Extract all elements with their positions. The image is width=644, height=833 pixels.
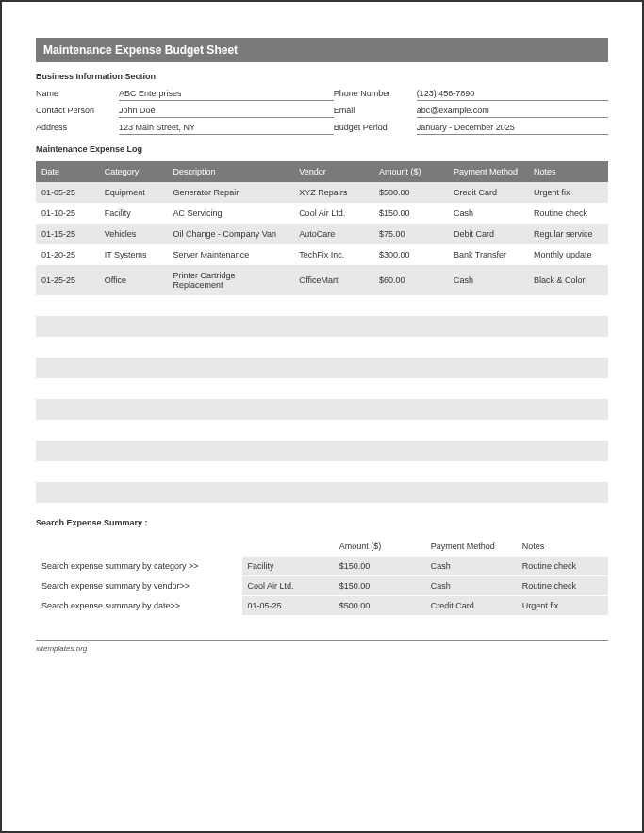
cell-payment[interactable]	[448, 295, 528, 316]
cell-category[interactable]	[99, 420, 168, 441]
cell-category[interactable]	[99, 358, 168, 378]
cell-notes[interactable]: Black & Color	[528, 265, 608, 295]
cell-date[interactable]	[36, 441, 99, 461]
cell-vendor[interactable]	[293, 337, 373, 358]
cell-date[interactable]: 01-05-25	[36, 182, 99, 203]
cell-category[interactable]	[99, 337, 168, 358]
summary-value[interactable]: Facility	[242, 557, 334, 576]
phone-value[interactable]: (123) 456-7890	[417, 89, 608, 101]
cell-category[interactable]: IT Systems	[99, 244, 168, 265]
cell-description[interactable]	[168, 399, 294, 420]
name-value[interactable]: ABC Enterprises	[119, 89, 334, 101]
cell-payment[interactable]	[448, 316, 528, 337]
summary-amount[interactable]: $150.00	[334, 557, 425, 576]
cell-vendor[interactable]	[293, 441, 373, 461]
cell-description[interactable]: Generator Repair	[168, 182, 294, 203]
cell-vendor[interactable]: OfficeMart	[293, 265, 373, 295]
cell-date[interactable]: 01-20-25	[36, 244, 99, 265]
cell-payment[interactable]	[448, 420, 528, 441]
cell-description[interactable]: Oil Change - Company Van	[168, 224, 294, 244]
cell-notes[interactable]: Regular service	[528, 224, 608, 244]
cell-category[interactable]	[99, 316, 168, 337]
cell-payment[interactable]	[448, 378, 528, 399]
cell-amount[interactable]	[373, 358, 448, 378]
cell-amount[interactable]	[373, 316, 448, 337]
cell-payment[interactable]: Cash	[448, 203, 528, 224]
summary-notes[interactable]: Urgent fix	[517, 596, 608, 616]
cell-vendor[interactable]	[293, 358, 373, 378]
cell-amount[interactable]: $60.00	[373, 265, 448, 295]
cell-description[interactable]	[168, 482, 294, 503]
address-value[interactable]: 123 Main Street, NY	[119, 123, 334, 135]
summary-notes[interactable]: Routine check	[517, 557, 608, 576]
cell-amount[interactable]	[373, 482, 448, 503]
cell-notes[interactable]: Urgent fix	[528, 182, 608, 203]
cell-amount[interactable]	[373, 441, 448, 461]
cell-vendor[interactable]	[293, 482, 373, 503]
summary-value[interactable]: 01-05-25	[242, 596, 334, 616]
cell-amount[interactable]	[373, 378, 448, 399]
cell-category[interactable]: Facility	[99, 203, 168, 224]
cell-amount[interactable]	[373, 337, 448, 358]
cell-description[interactable]	[168, 461, 294, 482]
cell-category[interactable]	[99, 461, 168, 482]
cell-description[interactable]	[168, 441, 294, 461]
cell-date[interactable]: 01-10-25	[36, 203, 99, 224]
summary-amount[interactable]: $500.00	[334, 596, 425, 616]
cell-notes[interactable]: Routine check	[528, 203, 608, 224]
cell-notes[interactable]	[528, 316, 608, 337]
cell-payment[interactable]	[448, 461, 528, 482]
cell-category[interactable]	[99, 482, 168, 503]
cell-description[interactable]: Printer Cartridge Replacement	[168, 265, 294, 295]
cell-date[interactable]	[36, 420, 99, 441]
cell-payment[interactable]	[448, 482, 528, 503]
cell-payment[interactable]: Debit Card	[448, 224, 528, 244]
cell-description[interactable]	[168, 358, 294, 378]
cell-date[interactable]: 01-15-25	[36, 224, 99, 244]
cell-amount[interactable]: $500.00	[373, 182, 448, 203]
cell-description[interactable]	[168, 295, 294, 316]
cell-notes[interactable]	[528, 337, 608, 358]
cell-vendor[interactable]: TechFix Inc.	[293, 244, 373, 265]
cell-date[interactable]: 01-25-25	[36, 265, 99, 295]
cell-payment[interactable]: Credit Card	[448, 182, 528, 203]
cell-description[interactable]	[168, 316, 294, 337]
summary-value[interactable]: Cool Air Ltd.	[242, 576, 334, 596]
cell-vendor[interactable]	[293, 316, 373, 337]
cell-category[interactable]: Equipment	[99, 182, 168, 203]
cell-vendor[interactable]	[293, 399, 373, 420]
cell-payment[interactable]	[448, 358, 528, 378]
cell-description[interactable]: AC Servicing	[168, 203, 294, 224]
cell-date[interactable]	[36, 337, 99, 358]
cell-payment[interactable]	[448, 337, 528, 358]
contact-value[interactable]: John Doe	[119, 106, 334, 118]
cell-vendor[interactable]	[293, 295, 373, 316]
summary-payment[interactable]: Credit Card	[425, 596, 517, 616]
cell-description[interactable]	[168, 420, 294, 441]
cell-description[interactable]	[168, 337, 294, 358]
summary-payment[interactable]: Cash	[425, 576, 517, 596]
cell-notes[interactable]	[528, 441, 608, 461]
cell-notes[interactable]: Monthly update	[528, 244, 608, 265]
cell-vendor[interactable]: AutoCare	[293, 224, 373, 244]
cell-category[interactable]	[99, 399, 168, 420]
cell-amount[interactable]	[373, 295, 448, 316]
summary-amount[interactable]: $150.00	[334, 576, 425, 596]
cell-amount[interactable]: $150.00	[373, 203, 448, 224]
cell-date[interactable]	[36, 316, 99, 337]
cell-notes[interactable]	[528, 378, 608, 399]
cell-vendor[interactable]	[293, 461, 373, 482]
budget-period-value[interactable]: January - December 2025	[417, 123, 608, 135]
cell-description[interactable]	[168, 378, 294, 399]
cell-vendor[interactable]: XYZ Repairs	[293, 182, 373, 203]
cell-date[interactable]	[36, 378, 99, 399]
cell-date[interactable]	[36, 358, 99, 378]
cell-amount[interactable]: $300.00	[373, 244, 448, 265]
cell-date[interactable]	[36, 461, 99, 482]
cell-category[interactable]	[99, 378, 168, 399]
cell-category[interactable]	[99, 441, 168, 461]
cell-payment[interactable]	[448, 399, 528, 420]
cell-category[interactable]: Office	[99, 265, 168, 295]
cell-category[interactable]: Vehicles	[99, 224, 168, 244]
cell-vendor[interactable]	[293, 420, 373, 441]
